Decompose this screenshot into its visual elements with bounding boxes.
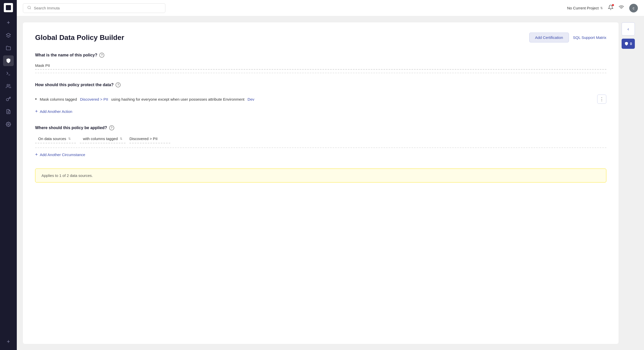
protect-help-icon[interactable]: ? [116, 82, 121, 87]
project-selector[interactable]: No Current Project ⇅ [567, 6, 603, 10]
action-text: Mask columns tagged Discovered > PII usi… [35, 97, 254, 102]
add-certification-button[interactable]: Add Certification [529, 33, 569, 42]
wifi-icon [619, 5, 624, 11]
svg-point-5 [8, 124, 9, 125]
topbar-right: No Current Project ⇅ c [567, 4, 638, 12]
collapse-icon: ‹ [627, 26, 629, 32]
applies-banner: Applies to 1 of 2 data sources. [35, 169, 606, 182]
sidebar-item-users[interactable] [3, 81, 14, 92]
svg-point-6 [28, 6, 31, 9]
add-action-button[interactable]: + Add Another Action [35, 107, 606, 116]
project-label: No Current Project [567, 6, 599, 10]
notification-dot [612, 4, 614, 6]
user-initial: c [633, 6, 635, 10]
sidebar-item-docs[interactable] [3, 106, 14, 117]
logo-icon [6, 5, 11, 10]
search-icon [27, 6, 31, 11]
sidebar-item-terminal[interactable] [3, 68, 14, 79]
notification-button[interactable] [608, 5, 613, 11]
apply-section: Where should this policy be applied? ? O… [35, 125, 606, 159]
add-circumstance-plus-icon: + [35, 152, 38, 157]
user-avatar[interactable]: c [629, 4, 638, 12]
sidebar: + [0, 0, 17, 350]
action-row: Mask columns tagged Discovered > PII usi… [35, 92, 606, 107]
panel-collapse-button[interactable]: ‹ [622, 22, 635, 36]
sql-support-matrix-button[interactable]: SQL Support Matrix [573, 35, 606, 40]
sidebar-logo[interactable] [4, 3, 13, 12]
name-section-label: What is the name of this policy? ? [35, 53, 606, 58]
project-chevron-icon: ⇅ [600, 6, 603, 10]
main-area: No Current Project ⇅ c [17, 0, 644, 350]
panel-shield-badge[interactable]: 0 [622, 39, 635, 49]
sidebar-item-settings[interactable] [3, 119, 14, 130]
action-menu-button[interactable]: ⋮ [597, 95, 606, 104]
datasource-dropdown[interactable]: On data sources ⇅ [35, 134, 76, 143]
svg-point-2 [7, 84, 9, 86]
content-area: Global Data Policy Builder Add Certifica… [17, 16, 644, 350]
badge-count: 0 [630, 42, 632, 46]
topbar: No Current Project ⇅ c [17, 0, 644, 16]
svg-line-7 [30, 8, 31, 9]
protect-section: How should this policy protect the data?… [35, 82, 606, 116]
sidebar-item-keys[interactable] [3, 94, 14, 104]
datasource-chevron-icon: ⇅ [68, 137, 71, 141]
policy-header: Global Data Policy Builder Add Certifica… [35, 33, 606, 42]
circumstance-divider [35, 147, 606, 148]
svg-marker-0 [6, 33, 11, 36]
action-tag2[interactable]: Dev [248, 97, 254, 101]
search-box[interactable] [23, 3, 165, 13]
sidebar-item-add[interactable]: + [3, 17, 14, 28]
search-input[interactable] [34, 6, 161, 10]
policy-builder-card: Global Data Policy Builder Add Certifica… [23, 22, 619, 344]
sidebar-item-layers[interactable] [3, 30, 14, 41]
apply-help-icon[interactable]: ? [109, 125, 114, 130]
tag-value-display: Discovered > PII [130, 134, 170, 143]
action-tag1[interactable]: Discovered > PII [80, 97, 108, 101]
apply-section-label: Where should this policy be applied? ? [35, 125, 606, 130]
name-divider [35, 73, 606, 73]
add-circumstance-button[interactable]: + Add Another Circumstance [35, 150, 606, 159]
columns-chevron-icon: ⇅ [120, 137, 122, 141]
add-action-plus-icon: + [35, 109, 38, 114]
circumstance-row: On data sources ⇅ with columns tagged ⇅ … [35, 134, 606, 143]
policy-actions: Add Certification SQL Support Matrix [529, 33, 606, 42]
page-title: Global Data Policy Builder [35, 34, 124, 42]
sidebar-item-add-bottom[interactable]: + [3, 336, 14, 347]
protect-section-label: How should this policy protect the data?… [35, 82, 606, 87]
right-panel: ‹ 0 [622, 22, 638, 344]
sidebar-item-shield[interactable] [3, 55, 14, 66]
name-help-icon[interactable]: ? [99, 53, 104, 58]
sidebar-item-folder[interactable] [3, 43, 14, 53]
policy-name-section: What is the name of this policy? ? [35, 53, 606, 73]
policy-name-input[interactable] [35, 62, 606, 70]
columns-tagged-dropdown[interactable]: with columns tagged ⇅ [80, 134, 125, 143]
